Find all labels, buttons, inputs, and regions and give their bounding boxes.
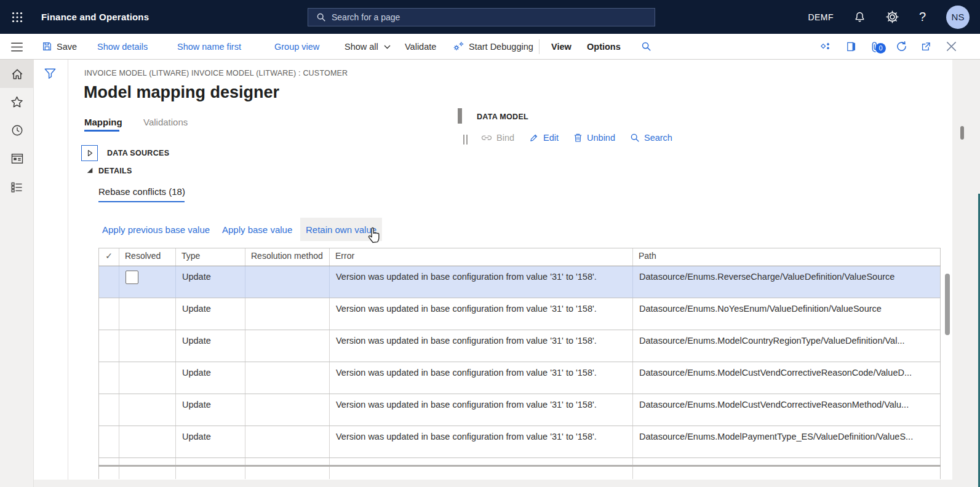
rebase-conflicts-tab[interactable]: Rebase conflicts (18) (98, 186, 185, 197)
error-cell: Version was updated in base configuratio… (330, 426, 633, 457)
notifications-button[interactable] (854, 11, 866, 23)
apply-previous-base-value-button[interactable]: Apply previous base value (97, 218, 215, 241)
resolved-cell (119, 394, 176, 426)
actionbar-search-button[interactable] (641, 34, 651, 59)
path-cell (633, 467, 941, 479)
company-picker[interactable]: DEMF (808, 12, 834, 22)
app-title[interactable]: Finance and Operations (41, 12, 149, 22)
pane-splitter-handle[interactable] (458, 108, 462, 124)
type-cell (176, 458, 245, 465)
insights-button[interactable] (820, 34, 832, 59)
view-menu[interactable]: View (551, 34, 572, 59)
column-header-resolved[interactable]: Resolved (119, 248, 176, 266)
column-header-type[interactable]: Type (176, 248, 245, 266)
topbar-right-cluster: DEMF ? NS (808, 0, 980, 34)
bind-button[interactable]: Bind (481, 133, 514, 143)
show-name-first-button[interactable]: Show name first (177, 34, 241, 59)
resolution-method-cell (245, 362, 330, 394)
star-icon (10, 96, 23, 108)
resolved-checkbox[interactable] (125, 271, 138, 284)
table-row[interactable]: UpdateVersion was updated in base config… (98, 330, 941, 362)
close-icon (946, 41, 957, 52)
column-header-resolution-method[interactable]: Resolution method (245, 248, 330, 266)
row-select-cell (99, 298, 119, 330)
home-icon (11, 68, 23, 80)
data-model-grip[interactable] (463, 135, 468, 145)
apply-base-value-button[interactable]: Apply base value (217, 218, 298, 241)
validate-button[interactable]: Validate (405, 34, 436, 59)
table-row[interactable]: UpdateVersion was updated in base config… (98, 298, 941, 330)
select-all-header[interactable]: ✓ (99, 248, 119, 266)
unbind-trash-icon (573, 133, 583, 143)
table-row[interactable]: UpdateVersion was updated in base config… (98, 394, 941, 426)
global-search-input[interactable]: Search for a page (308, 8, 655, 26)
filter-button[interactable] (44, 68, 57, 80)
type-cell: Update (176, 362, 245, 394)
details-collapse-toggle[interactable] (86, 167, 94, 174)
data-model-actions: Bind Edit Unbind Search (481, 133, 672, 143)
type-cell: Update (176, 394, 245, 426)
resolution-method-cell (245, 426, 330, 457)
show-details-button[interactable]: Show details (97, 34, 148, 59)
page-scrollbar-thumb[interactable] (960, 126, 964, 140)
resolved-cell (119, 298, 176, 330)
grid-scrollbar-thumb[interactable] (945, 274, 950, 335)
grid-body: UpdateVersion was updated in base config… (98, 266, 941, 458)
resolved-cell (119, 330, 176, 362)
hamburger-icon (11, 42, 23, 52)
attachments-button[interactable]: 0 (870, 34, 881, 59)
expanded-triangle-icon (86, 167, 94, 174)
resolved-cell (119, 266, 176, 298)
office-integration-button[interactable] (846, 34, 856, 59)
help-button[interactable]: ? (919, 10, 926, 24)
nav-item-workspaces[interactable] (0, 145, 34, 173)
tab-mapping[interactable]: Mapping (84, 117, 122, 127)
settings-button[interactable] (886, 10, 899, 23)
avatar[interactable]: NS (946, 6, 970, 29)
conflicts-grid: ✓ Resolved Type Resolution method Error … (98, 248, 941, 479)
open-in-new-window-button[interactable] (920, 34, 931, 59)
type-cell: Update (176, 266, 245, 298)
table-row[interactable]: UpdateVersion was updated in base config… (98, 266, 941, 298)
nav-item-modules[interactable] (0, 173, 34, 201)
unbind-button[interactable]: Unbind (573, 133, 615, 143)
type-cell: Update (176, 298, 245, 330)
options-menu[interactable]: Options (587, 34, 621, 59)
start-debugging-button[interactable]: Start Debugging (453, 34, 533, 59)
nav-item-recent[interactable] (0, 116, 34, 145)
row-select-cell (99, 467, 119, 479)
gear-icon (886, 10, 899, 23)
table-row[interactable]: UpdateVersion was updated in base config… (98, 426, 941, 458)
show-all-dropdown[interactable]: Show all (345, 34, 391, 59)
nav-item-favorites[interactable] (0, 88, 34, 116)
app-launcher-button[interactable] (0, 0, 34, 34)
tab-validations[interactable]: Validations (143, 117, 188, 127)
error-cell (330, 467, 633, 479)
retain-own-value-button[interactable]: Retain own value (300, 218, 382, 241)
data-sources-expand-button[interactable] (81, 145, 98, 161)
details-label[interactable]: DETAILS (98, 167, 132, 175)
path-cell: Datasource/Enums.ModelCountryRegionType/… (633, 330, 941, 362)
nav-item-home[interactable] (0, 60, 34, 88)
refresh-button[interactable] (896, 34, 907, 59)
column-header-path[interactable]: Path (633, 248, 941, 266)
edit-button[interactable]: Edit (529, 133, 559, 143)
table-row-partial[interactable] (98, 458, 941, 465)
close-button[interactable] (946, 34, 957, 59)
nav-toggle-button[interactable] (0, 34, 34, 60)
resolved-cell (119, 458, 176, 465)
column-header-error[interactable]: Error (330, 248, 633, 266)
data-model-header: DATA MODEL (477, 113, 528, 121)
nav-rail (0, 60, 34, 487)
attachments-count-badge: 0 (875, 43, 886, 53)
tab-mapping-underline (84, 130, 119, 132)
table-row[interactable]: UpdateVersion was updated in base config… (98, 362, 941, 394)
resolution-method-cell (245, 298, 330, 330)
save-button[interactable]: Save (42, 34, 77, 59)
resolution-method-cell (245, 458, 330, 465)
office-icon (846, 41, 856, 52)
group-view-button[interactable]: Group view (274, 34, 319, 59)
expand-right-icon (86, 149, 94, 157)
clock-icon (11, 124, 23, 137)
data-model-search-button[interactable]: Search (630, 133, 672, 143)
